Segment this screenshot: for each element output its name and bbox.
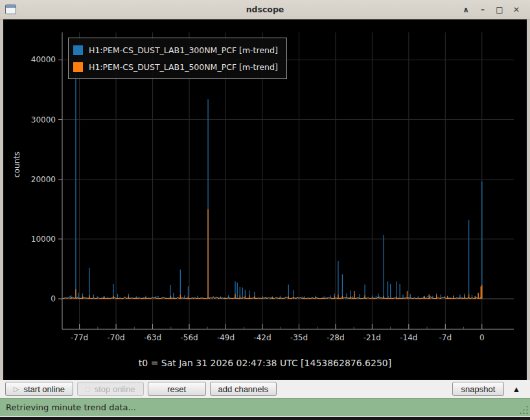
y-tick-label: 20000 xyxy=(31,175,56,184)
add-channels-button[interactable]: add channels xyxy=(210,382,277,396)
legend-label: H1:PEM-CS_DUST_LAB1_300NM_PCF [m-trend] xyxy=(89,45,278,55)
y-axis-title: counts xyxy=(12,152,21,178)
x-tick-label: -42d xyxy=(253,333,271,342)
toolbar: ▷ start online □ stop online reset add c… xyxy=(0,380,530,398)
status-bar: Retrieving minute trend data... xyxy=(0,398,530,417)
t0-label: t0 = Sat Jan 31 2026 02:47:38 UTC [14538… xyxy=(3,358,527,368)
window-icon xyxy=(5,5,16,14)
legend-item: H1:PEM-CS_DUST_LAB1_500NM_PCF [m-trend] xyxy=(73,58,281,75)
window-bottom-edge xyxy=(0,417,530,420)
play-icon: ▷ xyxy=(14,386,19,393)
collapse-arrow-icon[interactable]: ▲ xyxy=(508,384,525,394)
x-tick-label: -21d xyxy=(363,333,381,342)
status-message: Retrieving minute trend data... xyxy=(0,402,136,412)
resize-grip[interactable] xyxy=(519,405,528,414)
add-channels-label: add channels xyxy=(218,384,268,394)
reset-button[interactable]: reset xyxy=(148,382,206,396)
legend-label: H1:PEM-CS_DUST_LAB1_500NM_PCF [m-trend] xyxy=(89,62,278,72)
x-tick-label: -28d xyxy=(327,333,344,342)
x-tick-label: -14d xyxy=(400,333,417,342)
close-icon[interactable]: ✕ xyxy=(509,3,524,16)
x-tick-label: -49d xyxy=(217,333,235,342)
stop-icon: □ xyxy=(86,386,90,393)
plot-area[interactable]: -77d-70d-63d-56d-49d-42d-35d-28d-21d-14d… xyxy=(0,19,530,380)
ndscope-window: ndscope ∧ – □ ✕ -77d-70d-63d-56d-49d-42d… xyxy=(0,0,530,420)
legend[interactable]: H1:PEM-CS_DUST_LAB1_300NM_PCF [m-trend] … xyxy=(68,38,287,79)
x-tick-label: -56d xyxy=(180,333,198,342)
x-tick-label: -63d xyxy=(144,333,161,342)
start-online-label: start online xyxy=(23,384,65,394)
y-tick-label: 10000 xyxy=(31,235,56,244)
window-controls: ∧ – □ ✕ xyxy=(459,3,530,16)
y-tick-label: 0 xyxy=(51,294,56,303)
x-tick-label: -70d xyxy=(107,333,124,342)
legend-swatch xyxy=(73,45,83,55)
y-tick-label: 30000 xyxy=(31,115,56,124)
window-title: ndscope xyxy=(0,5,530,14)
x-tick-label: -35d xyxy=(290,333,308,342)
snapshot-label: snapshot xyxy=(461,384,496,394)
start-online-button[interactable]: ▷ start online xyxy=(5,382,73,396)
x-tick-label: -77d xyxy=(71,333,88,342)
stop-online-label: stop online xyxy=(95,384,135,394)
stop-online-button[interactable]: □ stop online xyxy=(77,382,144,396)
x-tick-label: 0 xyxy=(479,333,485,342)
x-tick-label: -7d xyxy=(439,333,452,342)
titlebar[interactable]: ndscope ∧ – □ ✕ xyxy=(0,0,530,19)
y-tick-label: 40000 xyxy=(31,55,56,64)
legend-item: H1:PEM-CS_DUST_LAB1_300NM_PCF [m-trend] xyxy=(73,41,281,58)
legend-swatch xyxy=(73,62,83,72)
snapshot-button[interactable]: snapshot xyxy=(452,382,504,396)
reset-label: reset xyxy=(167,384,186,394)
shade-icon[interactable]: ∧ xyxy=(459,3,473,16)
maximize-icon[interactable]: □ xyxy=(492,3,507,16)
minimize-icon[interactable]: – xyxy=(476,3,490,16)
